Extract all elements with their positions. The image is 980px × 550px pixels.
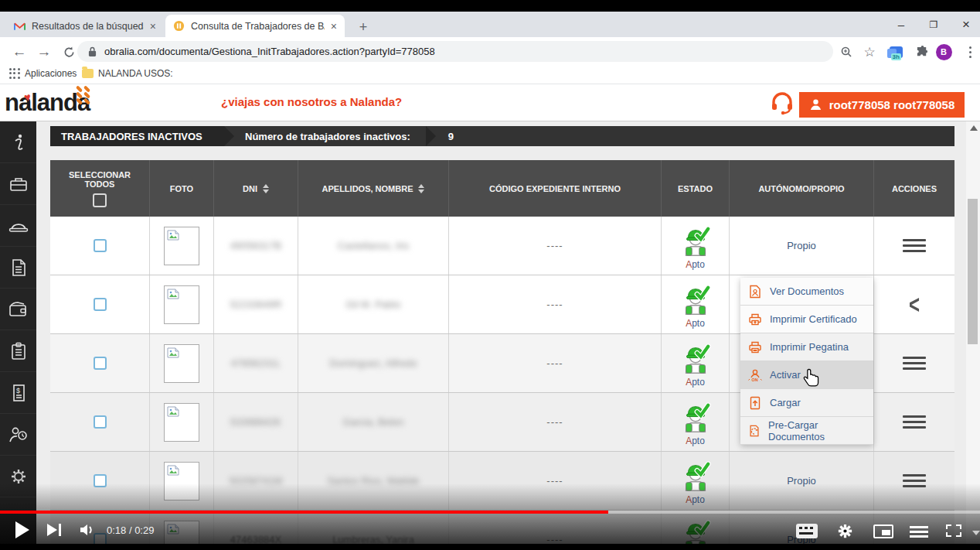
menu-item-imprimir-pegatina[interactable]: Imprimir Pegatina xyxy=(740,333,873,361)
estado-cell: Apto xyxy=(661,275,729,333)
video-settings-button[interactable] xyxy=(835,521,855,540)
estado-label: Apto xyxy=(686,494,705,505)
row-actions-context-menu: Ver Documentos Imprimir Certificado Impr… xyxy=(740,278,873,445)
document-icon xyxy=(9,258,29,278)
broken-image-icon xyxy=(167,289,179,299)
zoom-icon[interactable] xyxy=(836,42,856,62)
keyboard-button[interactable] xyxy=(795,523,818,538)
tab-gmail[interactable]: Resultados de la búsqueda - bm × xyxy=(6,15,164,37)
row-checkbox[interactable] xyxy=(94,298,107,311)
extensions-puzzle-icon[interactable] xyxy=(912,42,932,62)
broken-image-icon xyxy=(167,347,179,358)
close-tab-icon[interactable]: × xyxy=(331,20,337,32)
window-restore-button[interactable]: ❐ xyxy=(918,12,949,37)
worker-apto-icon xyxy=(679,342,712,376)
close-tab-icon[interactable]: × xyxy=(150,20,156,32)
sidebar-item-settings[interactable] xyxy=(0,456,36,497)
sort-icon[interactable] xyxy=(263,184,269,193)
dni-value: 52233649R xyxy=(230,299,281,310)
back-icon[interactable]: ← xyxy=(9,42,29,62)
name-value: Gil M. Pablo xyxy=(346,299,401,310)
extension-calendar-icon[interactable]: 3h xyxy=(886,42,906,62)
select-all-checkbox[interactable] xyxy=(93,193,107,207)
broken-image-icon xyxy=(167,230,179,241)
estado-label: Apto xyxy=(686,259,705,270)
hand-cursor xyxy=(802,368,822,390)
logo-sprig-icon xyxy=(74,86,94,106)
dni-value: 50258741M xyxy=(230,475,283,487)
page-scrollbar[interactable] xyxy=(966,121,980,550)
user-account-button[interactable]: root778058 root778058 xyxy=(799,92,965,118)
window-minimize-button[interactable]: – xyxy=(886,12,917,37)
profile-avatar[interactable]: B xyxy=(934,42,954,62)
row-checkbox[interactable] xyxy=(94,474,107,487)
next-button[interactable] xyxy=(45,523,63,537)
play-button[interactable] xyxy=(11,520,34,540)
table-header-row: SELECCIONAR TODOS FOTO DNI APELLIDOS, NO… xyxy=(50,160,954,217)
address-bar[interactable]: obralia.com/documenta/Gestiona_InitTraba… xyxy=(77,41,833,62)
fullscreen-icon xyxy=(946,524,961,537)
fullscreen-button[interactable] xyxy=(944,523,963,538)
scrollbar-up-icon[interactable] xyxy=(970,125,978,131)
codigo-value: ---- xyxy=(546,240,563,251)
sidebar-item-info[interactable] xyxy=(0,121,36,163)
row-actions-menu-icon[interactable] xyxy=(903,415,926,429)
forward-icon[interactable]: → xyxy=(34,42,54,62)
browser-menu-dots-icon[interactable] xyxy=(960,42,980,62)
video-time: 0:18 / 0:29 xyxy=(107,524,154,536)
worker-apto-icon xyxy=(679,224,712,258)
menu-item-imprimir-certificado[interactable]: Imprimir Certificado xyxy=(740,306,873,333)
worker-apto-icon xyxy=(679,459,712,494)
print-sticker-icon xyxy=(748,340,762,354)
codigo-value: ---- xyxy=(546,299,563,310)
tab-consulta-trabajadores[interactable]: Consulta de Trabajadores de BAR × xyxy=(165,15,345,37)
worker-apto-icon xyxy=(679,283,712,317)
sidebar-item-facturas[interactable]: $ xyxy=(0,372,36,414)
site-tagline: ¿viajas con nosotros a Nalanda? xyxy=(221,95,402,108)
sidebar-item-pagos[interactable] xyxy=(0,289,36,330)
row-checkbox[interactable] xyxy=(94,357,107,370)
queue-list-icon xyxy=(910,526,928,538)
dni-value: 49056317B xyxy=(230,240,282,251)
sidebar-item-expedientes[interactable] xyxy=(0,330,36,372)
tab-title: Resultados de la búsqueda - bm xyxy=(32,21,144,32)
bookmark-star-icon[interactable]: ☆ xyxy=(859,42,880,62)
reload-icon[interactable] xyxy=(59,42,79,62)
sidebar-item-personal[interactable] xyxy=(0,414,36,456)
col-dni[interactable]: DNI xyxy=(213,160,298,217)
menu-item-ver-documentos[interactable]: Ver Documentos xyxy=(740,278,873,306)
row-actions-menu-icon[interactable] xyxy=(903,357,926,370)
menu-item-cargar[interactable]: Cargar xyxy=(740,389,873,417)
miniplayer-button[interactable] xyxy=(872,523,895,540)
next-icon xyxy=(47,524,57,536)
tab-title: Consulta de Trabajadores de BAR xyxy=(191,21,325,32)
new-tab-button[interactable]: + xyxy=(354,18,373,36)
sidebar-item-documentos[interactable] xyxy=(0,247,36,289)
row-actions-menu-icon[interactable] xyxy=(903,239,926,252)
row-checkbox[interactable] xyxy=(94,239,107,252)
row-checkbox[interactable] xyxy=(94,415,107,429)
sidebar-item-empresa[interactable] xyxy=(0,163,36,205)
queue-button[interactable] xyxy=(908,524,930,538)
app-sidebar: $ xyxy=(0,121,36,550)
overflow-arrow-icon[interactable] xyxy=(972,531,980,535)
briefcase-icon xyxy=(9,174,29,194)
collapse-menu-icon[interactable]: < xyxy=(909,289,920,319)
headset-icon[interactable] xyxy=(770,91,795,115)
bookmark-aplicaciones[interactable]: Aplicaciones xyxy=(9,68,77,79)
video-progress-remaining[interactable] xyxy=(608,511,980,514)
video-progress-played[interactable] xyxy=(0,511,608,514)
sidebar-item-obras[interactable] xyxy=(0,205,36,247)
sort-icon[interactable] xyxy=(418,184,424,193)
activate-icon: ON xyxy=(748,368,762,382)
inactive-count-label: Número de trabajadores inactivos: xyxy=(234,131,421,142)
row-actions-menu-icon[interactable] xyxy=(903,474,926,487)
scrollbar-thumb[interactable] xyxy=(968,199,978,344)
col-apellidos-nombre[interactable]: APELLIDOS, NOMBRE xyxy=(298,160,448,217)
window-close-button[interactable]: × xyxy=(951,12,980,37)
menu-item-pre-cargar-documentos[interactable]: Pre-Cargar Documentos xyxy=(740,417,873,445)
volume-button[interactable] xyxy=(77,521,97,538)
browser-tab-bar: Resultados de la búsqueda - bm × Consult… xyxy=(0,12,980,37)
pre-upload-icon xyxy=(748,424,761,438)
bookmark-nalanda-usos[interactable]: NALANDA USOS: xyxy=(82,68,173,79)
